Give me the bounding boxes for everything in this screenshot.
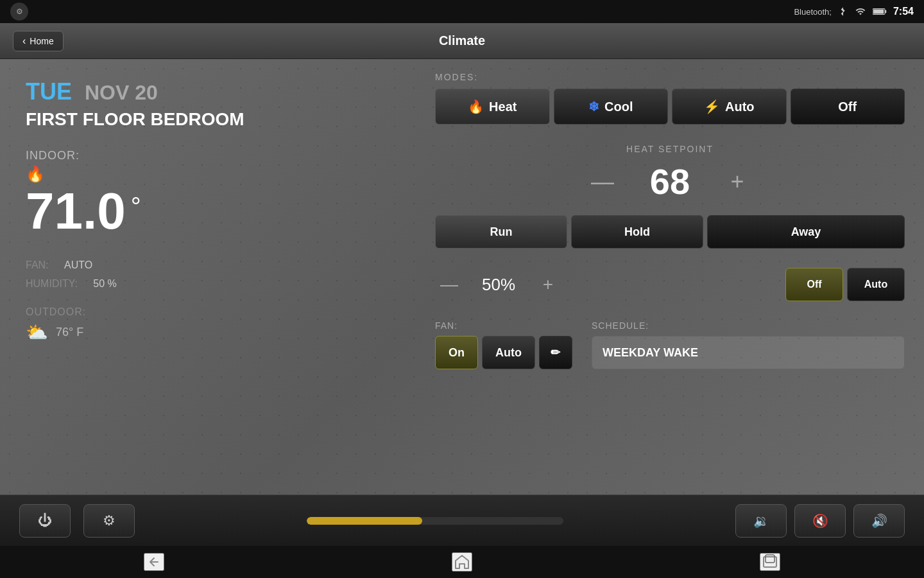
bluetooth-icon: Bluetooth; (794, 7, 832, 17)
outdoor-section: OUTDOOR: ⛅ 76° F (26, 306, 390, 343)
recents-button[interactable] (760, 553, 780, 571)
mode-cool-button[interactable]: ❄ Cool (554, 89, 669, 125)
outdoor-info: ⛅ 76° F (26, 322, 390, 343)
humidity-value: 50 % (93, 278, 116, 289)
power-icon: ⏻ (38, 512, 52, 529)
humidity-control-row: — 50% + Off Auto (435, 268, 905, 301)
progress-bar-container (148, 517, 723, 525)
setpoint-increase-button[interactable]: + (721, 166, 753, 198)
run-button[interactable]: Run (435, 215, 567, 249)
away-button[interactable]: Away (707, 215, 905, 249)
right-toolbar-buttons: 🔉 🔇 🔊 (735, 504, 905, 538)
android-nav (0, 546, 924, 578)
flame-icon: 🔥 (26, 165, 390, 183)
power-button[interactable]: ⏻ (19, 504, 71, 538)
outdoor-label: OUTDOOR: (26, 306, 390, 318)
fan-auto-label: Auto (495, 346, 522, 359)
indoor-section: INDOOR: 🔥 71.0 ° (26, 149, 390, 237)
mode-buttons-group: 🔥 Heat ❄ Cool ⚡ Auto Off (435, 89, 905, 125)
fan-section: FAN: On Auto ✏ (435, 320, 572, 369)
humidity-increase-icon: + (543, 274, 553, 294)
progress-bar (307, 517, 563, 525)
increase-icon: + (730, 170, 744, 193)
mode-off-button[interactable]: Off (791, 89, 905, 125)
setpoint-decrease-button[interactable]: — (586, 166, 619, 198)
date-display: NOV 20 (85, 81, 158, 105)
humidity-decrease-button[interactable]: — (435, 270, 463, 299)
heat-label: Heat (489, 100, 517, 114)
nav-bar: ‹ Home Climate (0, 23, 924, 59)
modes-label: MODES: (435, 72, 905, 82)
fan-buttons-group: On Auto ✏ (435, 336, 572, 369)
home-label: Home (30, 36, 53, 46)
cool-icon: ❄ (588, 99, 599, 114)
status-bar: ⚙ Bluetooth; 7:54 (0, 0, 924, 23)
indoor-temp: 71.0 (26, 186, 126, 237)
pencil-icon: ✏ (551, 346, 560, 360)
humidity-label: HUMIDITY: (26, 278, 78, 289)
fan-humidity-section: FAN: AUTO HUMIDITY: 50 % (26, 256, 390, 293)
volume-up-button[interactable]: 🔊 (853, 504, 905, 538)
humidity-decrease-icon: — (440, 274, 458, 294)
back-chevron-icon: ‹ (22, 35, 26, 47)
recents-icon (761, 554, 779, 570)
auto-label: Auto (725, 100, 755, 114)
fan-section-label: FAN: (435, 320, 572, 331)
humidity-control: — 50% + (435, 270, 773, 299)
fan-row: FAN: AUTO (26, 256, 390, 275)
day-display: TUE (26, 78, 72, 105)
fan-edit-button[interactable]: ✏ (539, 336, 572, 369)
mute-button[interactable]: 🔇 (794, 504, 846, 538)
schedule-section-label: SCHEDULE: (592, 320, 905, 331)
off-label: Off (838, 100, 857, 114)
schedule-section: SCHEDULE: WEEKDAY WAKE (592, 320, 905, 369)
progress-fill (307, 517, 422, 525)
home-button[interactable]: ‹ Home (13, 31, 64, 51)
heat-icon: 🔥 (468, 99, 484, 114)
fan-value: AUTO (64, 259, 92, 270)
svg-rect-2 (873, 10, 884, 14)
fan-on-button[interactable]: On (435, 336, 478, 369)
fan-label: FAN: (26, 259, 49, 270)
svg-rect-4 (766, 555, 774, 563)
left-panel: TUE NOV 20 FIRST FLOOR BEDROOM INDOOR: 🔥… (0, 59, 416, 495)
humidity-auto-button[interactable]: Auto (847, 268, 905, 301)
settings-button[interactable]: ⚙ (83, 504, 135, 538)
setpoint-value: 68 (644, 161, 696, 202)
back-arrow-icon (145, 554, 163, 570)
gear-icon: ⚙ (103, 512, 116, 529)
volume-up-icon: 🔊 (871, 513, 887, 529)
date-row: TUE NOV 20 (26, 78, 390, 105)
setpoint-control: — 68 + (435, 161, 905, 202)
hold-label: Hold (624, 225, 650, 238)
decrease-icon: — (591, 170, 614, 193)
wifi-icon (855, 6, 866, 17)
hold-button[interactable]: Hold (571, 215, 703, 249)
humidity-percent: 50% (476, 275, 521, 295)
temp-display: 71.0 ° (26, 186, 390, 237)
mode-heat-button[interactable]: 🔥 Heat (435, 89, 550, 125)
time-display: 7:54 (893, 6, 914, 17)
fan-on-label: On (449, 346, 465, 359)
humidity-auto-label: Auto (864, 279, 887, 290)
mute-icon: 🔇 (812, 513, 828, 529)
humidity-row: HUMIDITY: 50 % (26, 275, 390, 293)
back-button[interactable] (144, 553, 164, 571)
home-nav-button[interactable] (452, 552, 472, 572)
volume-down-icon: 🔉 (753, 513, 769, 529)
heat-setpoint-section: HEAT SETPOINT — 68 + (435, 144, 905, 202)
fan-auto-button[interactable]: Auto (482, 336, 535, 369)
main-content: TUE NOV 20 FIRST FLOOR BEDROOM INDOOR: 🔥… (0, 59, 924, 495)
humidity-off-label: Off (807, 279, 821, 290)
volume-down-button[interactable]: 🔉 (735, 504, 787, 538)
outdoor-temp: 76° F (56, 326, 83, 339)
location-display: FIRST FLOOR BEDROOM (26, 109, 390, 130)
humidity-off-button[interactable]: Off (785, 268, 843, 301)
schedule-value: WEEKDAY WAKE (592, 336, 905, 369)
mode-auto-button[interactable]: ⚡ Auto (672, 89, 787, 125)
schedule-buttons-group: Run Hold Away (435, 215, 905, 249)
weather-icon: ⛅ (26, 322, 48, 343)
humidity-increase-button[interactable]: + (534, 270, 562, 299)
fan-schedule-section: FAN: On Auto ✏ SCHEDULE: WEEKDAY WAKE (435, 320, 905, 369)
run-label: Run (490, 225, 513, 238)
